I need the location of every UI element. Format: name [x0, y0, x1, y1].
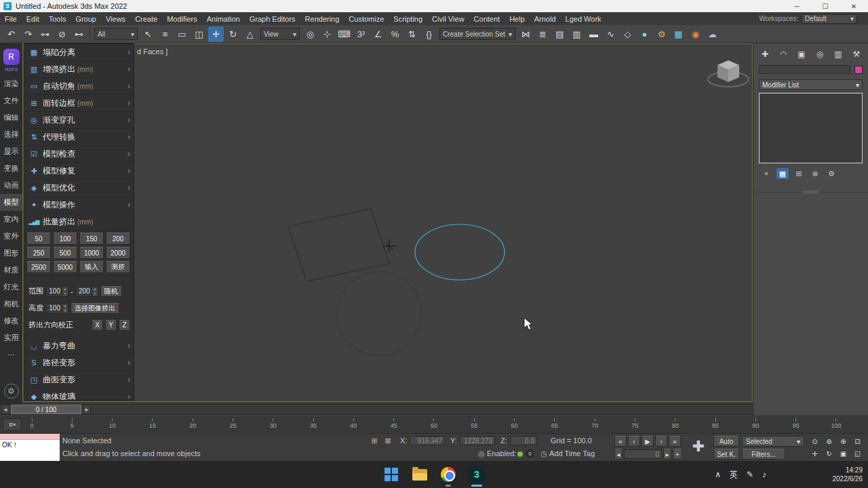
- maxscript-mini-listener[interactable]: OK！: [0, 434, 60, 461]
- sidebar-item[interactable]: 渲染: [0, 75, 22, 92]
- extrude-axis-button[interactable]: Y: [105, 320, 117, 331]
- key-filters-button[interactable]: Filters...: [742, 449, 785, 460]
- plugin-tool-row[interactable]: ◡ 暴力弯曲 ›: [25, 338, 134, 354]
- sidebar-item[interactable]: 动画: [0, 177, 22, 194]
- menu-item[interactable]: Lged Work: [561, 12, 606, 25]
- modifier-stack[interactable]: [759, 93, 863, 163]
- menu-item[interactable]: Scripting: [389, 12, 427, 25]
- plugin-tool-row[interactable]: ⊞ 面转边框 (mm) ›: [25, 95, 134, 112]
- mirror-button[interactable]: ⋈: [518, 26, 534, 42]
- play-button[interactable]: ▶: [642, 436, 654, 447]
- close-button[interactable]: ✕: [840, 0, 868, 12]
- object-name-field[interactable]: [759, 65, 850, 74]
- preset-extrude-button[interactable]: 100: [53, 232, 77, 245]
- open-mini-curve-editor-button[interactable]: ≣▾: [3, 418, 22, 431]
- auto-key-toggle[interactable]: Auto: [713, 436, 739, 447]
- taskbar-clock[interactable]: 14:29 2022/6/26: [833, 461, 863, 488]
- undo-button[interactable]: ↶: [3, 26, 19, 42]
- new-key-button[interactable]: +: [673, 449, 682, 460]
- select-and-scale-button[interactable]: △: [242, 26, 258, 42]
- x-coordinate-field[interactable]: 916.347: [410, 436, 445, 445]
- frame-forward-spinner[interactable]: ▸: [663, 449, 671, 460]
- range-to-spinner[interactable]: 200 ▲▼: [75, 286, 98, 297]
- select-image-extrude-button[interactable]: 选择图像挤出: [71, 303, 119, 314]
- render-setup-button[interactable]: ⚙: [654, 26, 669, 42]
- preset-extrude-button[interactable]: 200: [106, 232, 130, 245]
- zoom-region-button[interactable]: ⊡: [851, 436, 864, 447]
- schematic-view-button[interactable]: ◇: [620, 26, 635, 42]
- tab-hierarchy[interactable]: ▣: [795, 48, 808, 60]
- plugin-tool-row[interactable]: ▦ 塌陷分离 ›: [25, 44, 134, 61]
- menu-item[interactable]: Rendering: [300, 12, 344, 25]
- sidebar-item[interactable]: 实用: [0, 329, 22, 346]
- unlink-selection-button[interactable]: ⊘: [54, 26, 70, 42]
- sidebar-item[interactable]: 文件: [0, 92, 22, 109]
- spinner-snap-toggle[interactable]: ⇅: [404, 26, 420, 42]
- sidebar-item[interactable]: 材质: [0, 262, 22, 279]
- tab-utilities[interactable]: ⚒: [850, 48, 863, 60]
- menu-item[interactable]: Modifiers: [162, 12, 202, 25]
- sidebar-item[interactable]: 显示: [0, 143, 22, 160]
- snap-toggle-3d[interactable]: 3²: [353, 26, 369, 42]
- use-pivot-point-center-button[interactable]: ◎: [302, 26, 318, 42]
- named-selection-set-field[interactable]: Create Selection Set▾: [439, 28, 515, 40]
- zoom-extents-button[interactable]: ⊕: [837, 436, 850, 447]
- height-spinner[interactable]: 100 ▲▼: [45, 303, 68, 314]
- viewport-shading-label[interactable]: d Faces ]: [137, 47, 167, 56]
- pen-icon[interactable]: ✎: [747, 470, 753, 479]
- remove-modifier-button[interactable]: ⊗: [809, 168, 821, 179]
- angle-snap-toggle[interactable]: ∠: [370, 26, 386, 42]
- preset-extrude-button[interactable]: 50: [26, 232, 51, 245]
- ime-indicator[interactable]: 英: [730, 469, 738, 481]
- menu-item[interactable]: Customize: [344, 12, 389, 25]
- sidebar-item[interactable]: 变换: [0, 160, 22, 177]
- tab-display[interactable]: ▥: [832, 48, 844, 60]
- sidebar-item[interactable]: 相机: [0, 296, 22, 312]
- keyboard-shortcut-override-toggle[interactable]: ⌨: [336, 26, 352, 42]
- object-color-swatch[interactable]: [854, 66, 863, 74]
- plugin-tool-row[interactable]: ✚ 模型修复 ›: [25, 163, 134, 180]
- sidebar-item[interactable]: 模型: [0, 194, 22, 211]
- current-frame-field[interactable]: 0: [624, 449, 662, 459]
- render-in-cloud-button[interactable]: ☁: [705, 26, 720, 42]
- tab-create[interactable]: ✚: [759, 48, 771, 60]
- plugin-tool-row[interactable]: ◆ 物体玻璃 ›: [25, 388, 134, 401]
- align-button[interactable]: ≣: [535, 26, 551, 42]
- material-editor-button[interactable]: ●: [637, 26, 652, 42]
- minimize-button[interactable]: ─: [783, 0, 811, 12]
- menu-item[interactable]: Tools: [44, 12, 71, 25]
- rendered-frame-window-button[interactable]: ▦: [671, 26, 686, 42]
- plugin-tool-row[interactable]: ◈ 模型优化 ›: [25, 180, 134, 197]
- sidebar-item[interactable]: 图形: [0, 245, 22, 262]
- tray-expand-icon[interactable]: ∧: [715, 470, 721, 479]
- time-slider-track[interactable]: ◂ 0 / 100 ▸: [0, 404, 753, 415]
- random-button[interactable]: 随机: [100, 286, 122, 297]
- next-frame-button[interactable]: ›: [655, 436, 667, 447]
- preset-extrude-button[interactable]: 250: [26, 247, 51, 259]
- selection-filter-dropdown[interactable]: All▾: [94, 28, 138, 40]
- menu-item[interactable]: Help: [505, 12, 530, 25]
- chrome-icon[interactable]: [439, 465, 458, 484]
- preset-extrude-button[interactable]: 5000: [53, 261, 77, 273]
- menu-item[interactable]: Views: [101, 12, 130, 25]
- bind-to-space-warp-button[interactable]: ⊷: [71, 26, 87, 42]
- plugin-tool-row[interactable]: ▭ 自动切角 (mm) ›: [25, 78, 134, 95]
- plugin-tool-row[interactable]: ◳ 曲面变形 ›: [25, 371, 134, 388]
- redo-button[interactable]: ↷: [20, 26, 36, 42]
- plugin-tool-row[interactable]: ⇅ 代理转换 ›: [25, 129, 134, 146]
- percent-snap-toggle[interactable]: %: [387, 26, 403, 42]
- toggle-scene-explorer-button[interactable]: ▤: [552, 26, 568, 42]
- workspaces-dropdown[interactable]: Default▾: [802, 14, 857, 24]
- tab-motion[interactable]: ◎: [814, 48, 826, 60]
- sidebar-item[interactable]: 编辑: [0, 109, 22, 126]
- sidebar-item[interactable]: 灯光: [0, 279, 22, 296]
- plugin-tool-row[interactable]: ☑ 模型检查 ›: [25, 146, 134, 163]
- menu-item[interactable]: File: [0, 12, 22, 25]
- key-mode-dropdown[interactable]: Selected▾: [742, 436, 804, 447]
- sidebar-item[interactable]: 修改: [0, 312, 22, 329]
- plugin-tool-row[interactable]: ✦ 模型操作 ›: [25, 197, 134, 214]
- maximize-button[interactable]: ☐: [811, 0, 840, 12]
- preset-extrude-button[interactable]: 2500: [26, 261, 51, 273]
- configure-modifier-sets-button[interactable]: ⚙: [825, 168, 837, 179]
- z-coordinate-field[interactable]: 0.0: [510, 436, 537, 445]
